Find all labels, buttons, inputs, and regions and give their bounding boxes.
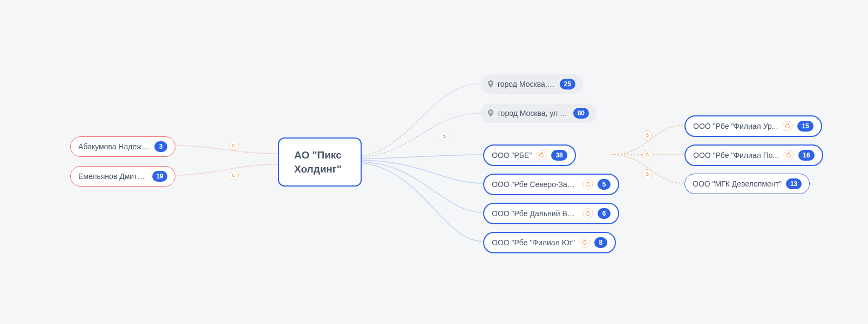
central-label-line2: Холдинг" — [294, 163, 342, 175]
count-badge: 15 — [797, 121, 813, 132]
address-label: город Москва, ул 1-Я... — [498, 109, 568, 118]
person-node[interactable]: Абакумова Надежда... 3 — [70, 136, 175, 157]
company-label: ООО "МГК Девелопмент" — [693, 180, 782, 188]
refresh-icon — [782, 121, 793, 132]
person-label: Емельянов Дмитрий... — [78, 172, 148, 181]
count-badge: 16 — [798, 150, 814, 161]
svg-point-2 — [583, 209, 593, 218]
link-marker-icon — [439, 132, 449, 141]
company-node[interactable]: ООО "Рбе "Филиал По... 16 — [684, 144, 823, 166]
person-node[interactable]: Емельянов Дмитрий... 19 — [70, 166, 175, 187]
count-badge: 5 — [598, 179, 611, 190]
company-label: ООО "Рбе "Филиал Ур... — [693, 122, 778, 130]
refresh-icon — [582, 179, 593, 190]
company-node[interactable]: ООО "Рбе Дальний Вос... 6 — [483, 203, 619, 224]
pin-icon — [488, 109, 493, 117]
address-node[interactable]: город Москва, ул 1-Я... 80 — [480, 104, 596, 123]
company-label: ООО "РБЕ" — [492, 151, 532, 160]
count-badge: 25 — [560, 79, 575, 89]
svg-point-0 — [537, 150, 546, 160]
link-marker-icon — [642, 150, 652, 160]
company-label: ООО "Рбе "Филиал Юг" — [492, 238, 575, 247]
pin-icon — [488, 80, 493, 88]
company-node[interactable]: ООО "Рбе "Филиал Юг" 8 — [483, 232, 616, 253]
svg-point-5 — [784, 150, 794, 160]
count-badge: 6 — [598, 208, 611, 219]
link-marker-icon — [229, 170, 239, 180]
company-node[interactable]: ООО "МГК Девелопмент" 13 — [684, 174, 810, 194]
count-badge: 19 — [152, 171, 167, 182]
central-company-node[interactable]: АО "Пикс Холдинг" — [278, 137, 362, 187]
person-label: Абакумова Надежда... — [78, 142, 150, 151]
count-badge: 3 — [154, 141, 167, 152]
link-marker-icon — [642, 130, 652, 140]
company-node[interactable]: ООО "Рбе "Филиал Ур... 15 — [684, 115, 822, 137]
refresh-icon — [582, 208, 593, 219]
link-marker-icon — [229, 141, 239, 150]
company-label: ООО "Рбе Северо-Запа... — [492, 180, 578, 189]
count-badge: 80 — [573, 108, 589, 119]
company-label: ООО "Рбе "Филиал По... — [693, 151, 779, 160]
address-node[interactable]: город Москва, ул... 25 — [480, 74, 583, 94]
count-badge: 8 — [594, 237, 607, 248]
refresh-icon — [536, 150, 547, 161]
count-badge: 13 — [786, 178, 802, 189]
svg-point-3 — [580, 238, 589, 247]
count-badge: 38 — [551, 150, 567, 161]
refresh-icon — [783, 150, 794, 161]
refresh-icon — [579, 237, 590, 248]
company-node[interactable]: ООО "РБЕ" 38 — [483, 144, 576, 166]
company-label: ООО "Рбе Дальний Вос... — [492, 209, 578, 218]
svg-point-1 — [583, 180, 593, 189]
address-label: город Москва, ул... — [498, 80, 555, 88]
svg-point-4 — [783, 121, 792, 131]
link-marker-icon — [642, 169, 652, 179]
central-label-line1: АО "Пикс — [294, 149, 342, 161]
company-node[interactable]: ООО "Рбе Северо-Запа... 5 — [483, 174, 619, 195]
